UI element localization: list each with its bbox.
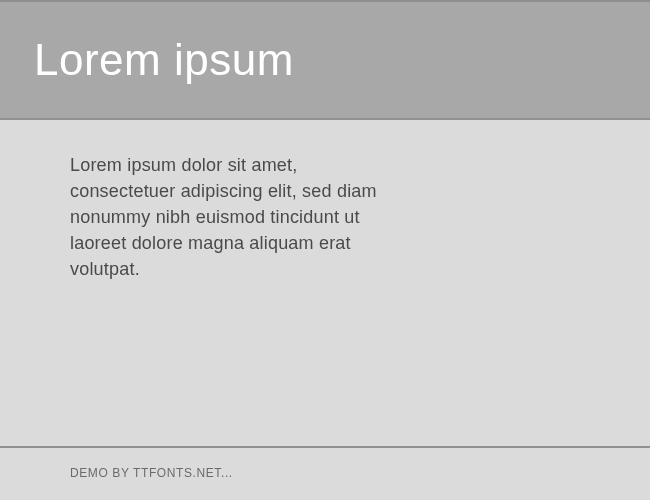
header-bar: Lorem ipsum — [0, 0, 650, 120]
body-paragraph: Lorem ipsum dolor sit amet, consectetuer… — [70, 152, 400, 282]
footer-bar: DEMO BY TTFONTS.NET... — [0, 448, 650, 498]
footer-attribution: DEMO BY TTFONTS.NET... — [70, 466, 233, 480]
page-title: Lorem ipsum — [34, 35, 294, 85]
content-area: Lorem ipsum dolor sit amet, consectetuer… — [0, 120, 650, 448]
